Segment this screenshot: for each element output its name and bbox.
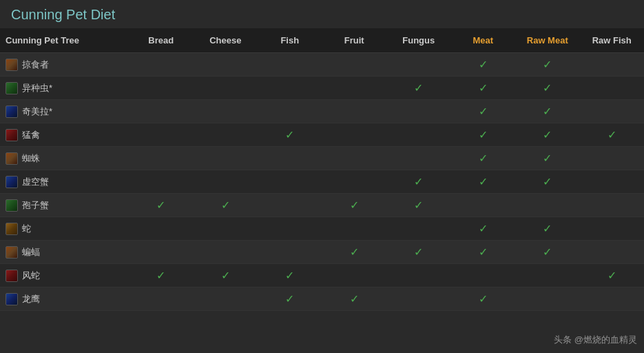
table-row: 蝙蝠✓✓✓✓	[0, 241, 644, 264]
table-row: 孢子蟹✓✓✓✓	[0, 194, 644, 217]
food-cell-cheese	[194, 241, 258, 264]
food-cell-cheese	[194, 170, 258, 194]
col-header-meat: Meat	[451, 28, 516, 53]
food-cell-rawmeat: ✓	[515, 147, 580, 170]
food-cell-cheese	[194, 100, 258, 123]
check-mark: ✓	[457, 222, 510, 235]
check-mark: ✓	[199, 199, 253, 212]
table-row: 虚空蟹✓✓✓	[0, 170, 644, 194]
food-cell-meat: ✓	[451, 217, 516, 241]
check-mark: ✓	[521, 152, 574, 165]
pet-name-label: 异种虫*	[22, 82, 52, 94]
food-cell-cheese: ✓	[194, 264, 258, 288]
table-row: 蛇✓✓	[0, 217, 644, 241]
food-cell-rawfish	[580, 170, 645, 194]
food-cell-fruit	[322, 264, 387, 288]
food-cell-fruit: ✓	[322, 194, 387, 217]
check-mark: ✓	[457, 175, 510, 188]
check-mark: ✓	[457, 58, 510, 71]
pet-name-cell: 龙鹰	[0, 288, 129, 311]
food-cell-fish	[258, 100, 322, 123]
check-mark: ✓	[328, 199, 382, 212]
food-cell-cheese	[194, 217, 258, 241]
col-header-fruit: Fruit	[322, 28, 387, 53]
food-cell-meat: ✓	[451, 241, 516, 264]
food-cell-fungus: ✓	[386, 77, 451, 100]
check-mark: ✓	[457, 292, 510, 305]
pet-name-label: 猛禽	[22, 129, 40, 141]
food-cell-fish	[258, 217, 322, 241]
check-mark: ✓	[392, 245, 446, 259]
check-mark: ✓	[392, 175, 446, 188]
pet-name-label: 蝙蝠	[22, 246, 40, 259]
food-cell-fish	[258, 53, 322, 77]
check-mark: ✓	[328, 245, 382, 259]
pet-icon	[6, 59, 18, 71]
pet-name-cell: 异种虫*	[0, 77, 129, 100]
pet-name-label: 孢子蟹	[22, 199, 49, 212]
food-cell-rawmeat	[515, 194, 580, 217]
food-cell-rawfish	[580, 217, 645, 241]
check-mark: ✓	[263, 292, 317, 305]
food-cell-rawmeat: ✓	[515, 241, 580, 264]
check-mark: ✓	[521, 222, 574, 235]
food-cell-rawfish: ✓	[580, 123, 645, 147]
pet-name-label: 龙鹰	[22, 293, 40, 305]
pet-icon	[6, 223, 18, 235]
food-cell-rawmeat	[515, 264, 580, 288]
check-mark: ✓	[585, 269, 639, 282]
pet-name-label: 蛇	[22, 223, 31, 235]
table-row: 风蛇✓✓✓✓	[0, 264, 644, 288]
food-cell-fruit	[322, 77, 387, 100]
food-cell-fruit	[322, 53, 387, 77]
food-cell-bread	[129, 123, 194, 147]
table-row: 掠食者✓✓	[0, 53, 644, 77]
food-cell-bread	[129, 100, 194, 123]
food-cell-meat: ✓	[451, 100, 516, 123]
food-cell-rawmeat: ✓	[515, 53, 580, 77]
pet-icon	[6, 105, 18, 118]
table-row: 奇美拉*✓✓	[0, 100, 644, 123]
food-cell-fungus: ✓	[386, 170, 451, 194]
pet-name-label: 风蛇	[22, 270, 40, 282]
food-cell-fungus: ✓	[386, 194, 451, 217]
food-cell-fungus	[386, 288, 451, 311]
food-cell-rawmeat: ✓	[515, 77, 580, 100]
pet-name-cell: 虚空蟹	[0, 170, 129, 194]
table-row: 猛禽✓✓✓✓	[0, 123, 644, 147]
pet-icon	[6, 129, 18, 141]
food-cell-bread: ✓	[129, 264, 194, 288]
check-mark: ✓	[521, 128, 574, 141]
food-cell-bread	[129, 288, 194, 311]
food-cell-cheese	[194, 147, 258, 170]
food-cell-rawmeat: ✓	[515, 217, 580, 241]
pet-name-cell: 猛禽	[0, 123, 129, 147]
food-cell-fungus	[386, 100, 451, 123]
pet-icon	[6, 246, 18, 259]
food-cell-meat	[451, 194, 516, 217]
check-mark: ✓	[263, 128, 317, 141]
food-cell-bread: ✓	[129, 194, 194, 217]
food-cell-rawfish	[580, 100, 645, 123]
food-cell-fungus	[386, 53, 451, 77]
pet-name-cell: 奇美拉*	[0, 100, 129, 123]
check-mark: ✓	[521, 105, 574, 118]
col-header-fish: Fish	[258, 28, 322, 53]
food-cell-bread	[129, 147, 194, 170]
pet-icon	[6, 199, 18, 212]
pet-name-cell: 孢子蟹	[0, 194, 129, 217]
pet-name-cell: 风蛇	[0, 264, 129, 288]
check-mark: ✓	[457, 128, 510, 141]
check-mark: ✓	[392, 199, 446, 212]
food-cell-fungus	[386, 217, 451, 241]
col-header-cheese: Cheese	[194, 28, 258, 53]
pet-name-label: 蜘蛛	[22, 152, 40, 165]
check-mark: ✓	[521, 81, 574, 94]
check-mark: ✓	[457, 245, 510, 259]
food-cell-rawmeat: ✓	[515, 123, 580, 147]
pet-name-cell: 蜘蛛	[0, 147, 129, 170]
food-cell-cheese	[194, 53, 258, 77]
food-cell-fungus	[386, 147, 451, 170]
food-cell-fruit	[322, 100, 387, 123]
pet-name-cell: 蝙蝠	[0, 241, 129, 264]
